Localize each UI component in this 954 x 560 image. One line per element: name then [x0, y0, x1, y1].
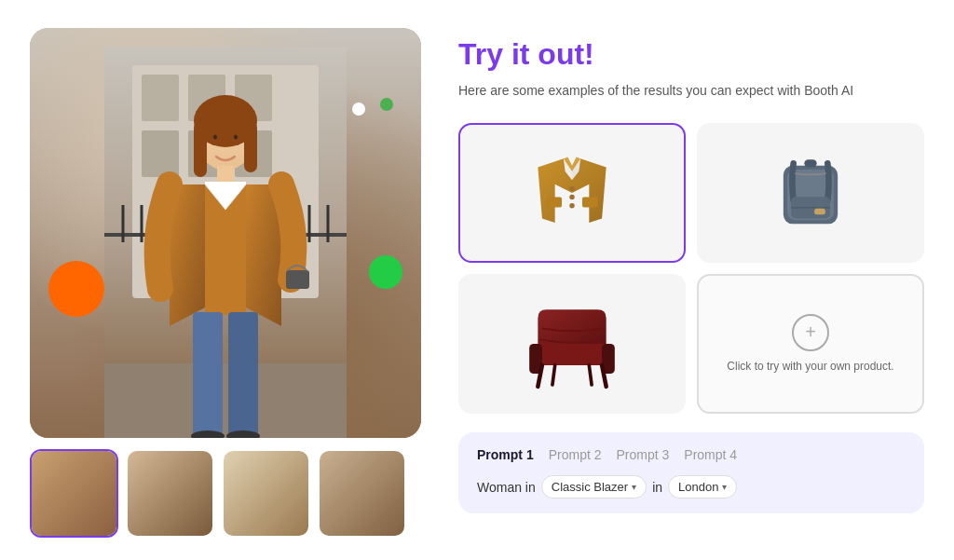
svg-rect-21: [104, 363, 347, 438]
svg-line-54: [589, 365, 592, 385]
prompt-tabs: Prompt 1 Prompt 2 Prompt 3 Prompt 4: [477, 447, 906, 462]
backpack-image: [764, 146, 857, 239]
svg-rect-25: [244, 121, 257, 172]
thumbnail-2[interactable]: [126, 449, 214, 538]
svg-rect-42: [582, 198, 598, 208]
add-text: Click to try with your own product.: [727, 359, 893, 375]
prompt-pill-london[interactable]: London ▾: [668, 475, 737, 499]
svg-rect-30: [228, 312, 258, 438]
product-card-chair[interactable]: [458, 274, 686, 414]
thumbnail-3[interactable]: [222, 449, 310, 538]
blazer-image: [521, 142, 623, 244]
thumbnail-strip: [30, 449, 421, 538]
page-subtitle: Here are some examples of the results yo…: [458, 81, 924, 101]
svg-rect-5: [142, 130, 179, 177]
add-icon: +: [792, 314, 829, 351]
main-image: [30, 28, 421, 438]
svg-point-40: [569, 203, 575, 209]
dot-green-large: [369, 255, 402, 289]
prompt-tab-3[interactable]: Prompt 3: [617, 447, 670, 462]
svg-rect-47: [804, 159, 816, 167]
svg-rect-29: [193, 312, 223, 438]
svg-point-38: [569, 186, 575, 192]
svg-rect-48: [814, 209, 825, 215]
svg-rect-24: [194, 121, 207, 177]
svg-point-36: [213, 135, 217, 140]
svg-point-37: [234, 135, 238, 140]
dot-orange: [48, 261, 104, 317]
svg-line-53: [552, 365, 555, 385]
dot-white: [352, 102, 365, 116]
left-panel: [30, 28, 421, 538]
product-card-add[interactable]: + Click to try with your own product.: [697, 274, 924, 414]
right-panel: Try it out! Here are some examples of th…: [458, 28, 924, 523]
prompt-tab-1[interactable]: Prompt 1: [477, 447, 534, 462]
main-container: Try it out! Here are some examples of th…: [11, 9, 943, 556]
image-background: [30, 28, 421, 438]
thumbnail-1[interactable]: [30, 449, 118, 538]
chair-image: [521, 293, 623, 395]
prompt-tab-4[interactable]: Prompt 4: [684, 447, 737, 462]
prompt-connector: in: [652, 480, 662, 495]
prompt-tab-2[interactable]: Prompt 2: [549, 447, 602, 462]
chevron-down-icon: ▾: [632, 482, 636, 492]
page-title: Try it out!: [458, 37, 924, 72]
prompt-prefix: Woman in: [477, 480, 536, 495]
woman-figure: [104, 47, 347, 438]
prompt-content: Woman in Classic Blazer ▾ in London ▾: [477, 475, 906, 499]
thumbnail-4[interactable]: [318, 449, 406, 538]
prompt-pill-blazer[interactable]: Classic Blazer ▾: [541, 475, 647, 499]
prompt-section: Prompt 1 Prompt 2 Prompt 3 Prompt 4 Woma…: [458, 432, 924, 513]
product-card-blazer[interactable]: [458, 123, 686, 263]
product-card-backpack[interactable]: [697, 123, 924, 263]
svg-rect-41: [547, 198, 563, 208]
product-grid: + Click to try with your own product.: [458, 123, 924, 414]
dot-green-small: [380, 98, 393, 111]
svg-point-39: [569, 195, 575, 200]
svg-rect-2: [142, 75, 179, 121]
svg-rect-33: [286, 270, 309, 289]
chevron-down-icon-2: ▾: [722, 482, 727, 492]
